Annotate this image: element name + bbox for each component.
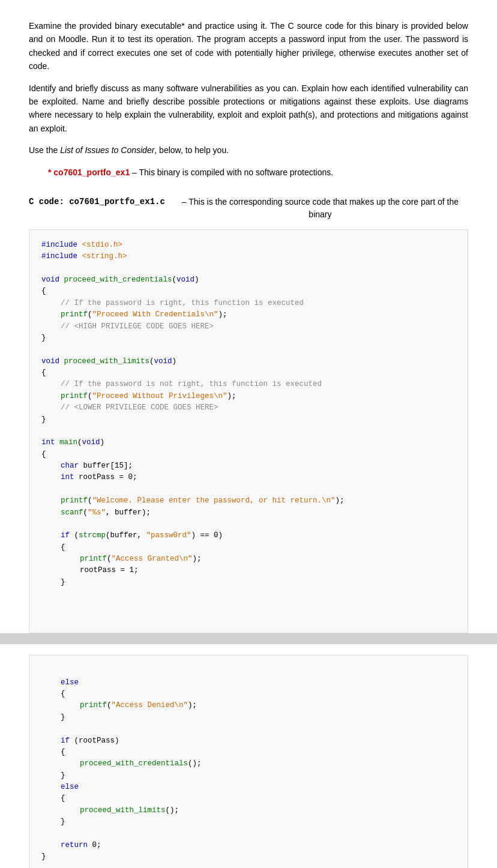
code-block-2: else { printf("Access Denied\n"); } if (… bbox=[29, 655, 468, 868]
code-filename-label: C code: co7601_portfo_ex1.c bbox=[29, 196, 165, 208]
code-section-header: C code: co7601_portfo_ex1.c – This is th… bbox=[29, 196, 468, 221]
intro-paragraph-3: Use the List of Issues to Consider, belo… bbox=[29, 143, 468, 157]
intro-paragraph-2: Identify and briefly discuss as many sof… bbox=[29, 82, 468, 136]
section-separator bbox=[0, 633, 497, 644]
intro-paragraph-1: Examine the provided binary executable* … bbox=[29, 19, 468, 73]
bullet-red-text: * co7601_portfo_ex1 bbox=[48, 167, 130, 177]
code-block-1: #include <stdio.h> #include <string.h> v… bbox=[29, 229, 468, 633]
list-of-issues-label: List of Issues to Consider bbox=[60, 145, 154, 155]
bullet-note: * co7601_portfo_ex1 – This binary is com… bbox=[48, 166, 468, 179]
bullet-rest-text: – This binary is compiled with no softwa… bbox=[130, 167, 333, 177]
code-description-label: – This is the corresponding source code … bbox=[172, 196, 468, 221]
page: Examine the provided binary executable* … bbox=[0, 0, 497, 868]
